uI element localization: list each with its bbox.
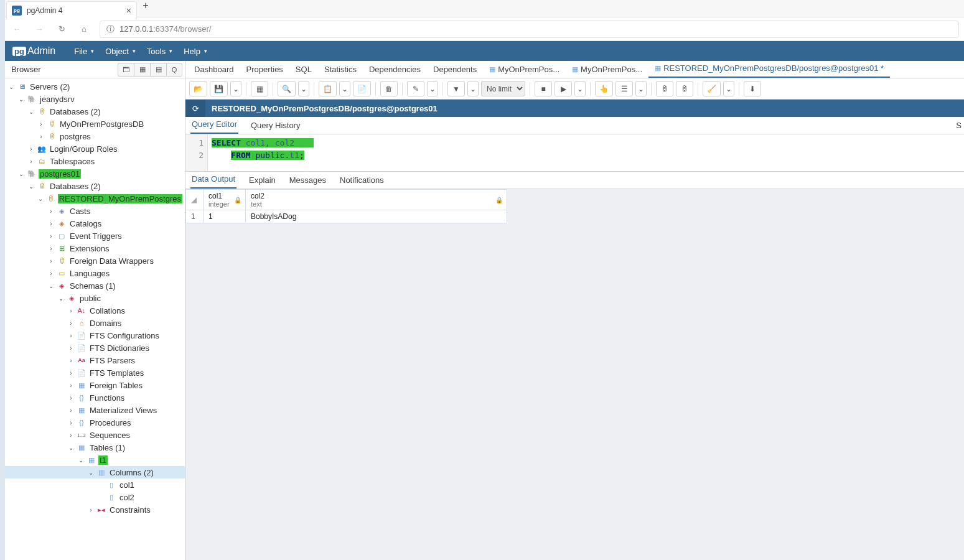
tab-title: pgAdmin 4: [27, 6, 121, 15]
table-row[interactable]: 1 1 BobbyIsADog: [186, 210, 507, 223]
schema-icon: ◈: [67, 293, 77, 303]
explain-icon[interactable]: 👆: [595, 81, 613, 96]
stop-icon[interactable]: ■: [535, 81, 552, 96]
querytool-icon: ▦: [655, 64, 661, 72]
rollback-icon[interactable]: 🛢: [676, 81, 693, 96]
tab-dependents[interactable]: Dependents: [427, 61, 483, 78]
filter-dropdown[interactable]: ⌄: [467, 81, 479, 96]
explain-analyze-icon[interactable]: ☰: [615, 81, 633, 96]
scratch-pad[interactable]: S: [956, 121, 962, 130]
columns-icon: ▥: [96, 467, 106, 477]
new-tab-button[interactable]: +: [137, 0, 154, 11]
grid-icon[interactable]: ▦: [134, 63, 150, 77]
edit-icon[interactable]: ✎: [407, 81, 424, 96]
address-bar: ← → ↻ ⌂ ⓘ 127.0.0.1:63374/browser/: [5, 17, 964, 41]
edit-dropdown[interactable]: ⌄: [427, 81, 438, 96]
mat-views-icon: ▦: [77, 405, 87, 415]
database-icon: 🛢: [47, 119, 57, 129]
sql-editor[interactable]: 12 SELECT col1, col2 FROM public.t1;: [185, 134, 964, 172]
macros-icon[interactable]: 🧹: [703, 81, 721, 96]
sidebar-title: Browser: [11, 65, 41, 74]
explain-dropdown[interactable]: ⌄: [635, 81, 647, 96]
tab-dashboard[interactable]: Dashboard: [188, 61, 240, 78]
back-icon[interactable]: ←: [10, 22, 24, 36]
browser-tab[interactable]: pg pgAdmin 4 ×: [6, 1, 137, 19]
functions-icon: {}: [77, 393, 87, 403]
forward-icon[interactable]: →: [32, 22, 46, 36]
connection-bar: ⟳ RESTORED_MyOnPremPostgresDB/postgres@p…: [185, 100, 964, 117]
cell-col2[interactable]: BobbyIsADog: [246, 210, 507, 223]
fts-parsers-icon: Aa: [77, 355, 87, 365]
pgadmin-logo: pgAdmin: [12, 45, 55, 57]
paste-icon[interactable]: 📄: [353, 81, 371, 96]
tab-data-output[interactable]: Data Output: [190, 170, 236, 189]
tab-dependencies[interactable]: Dependencies: [363, 61, 427, 78]
querytool-icon: ▦: [572, 65, 578, 73]
connection-icon[interactable]: ⟳: [185, 100, 205, 117]
schemas-icon: ◈: [57, 281, 67, 291]
find-dropdown[interactable]: ⌄: [298, 81, 309, 96]
pgadmin-favicon: pg: [12, 6, 22, 16]
copy-icon[interactable]: 📋: [319, 81, 337, 96]
commit-icon[interactable]: 🛢: [656, 81, 673, 96]
save-icon[interactable]: 💾: [210, 81, 228, 96]
menu-file[interactable]: File: [74, 47, 94, 56]
refresh-icon[interactable]: ↻: [55, 22, 68, 36]
tab-query-editor[interactable]: Query Editor: [190, 116, 238, 134]
open-file-icon[interactable]: 📂: [189, 81, 207, 96]
server-icon: 🐘: [27, 169, 37, 179]
close-icon[interactable]: ×: [126, 6, 131, 15]
url-text: 127.0.0.1:63374/browser/: [119, 24, 211, 34]
save-dropdown[interactable]: ⌄: [230, 81, 241, 96]
cell-col1[interactable]: 1: [204, 210, 246, 223]
tab-notifications[interactable]: Notifications: [339, 172, 385, 189]
tab-querytool-2[interactable]: ▦MyOnPremPos...: [566, 61, 648, 78]
tab-querytool-1[interactable]: ▦MyOnPremPos...: [483, 61, 566, 78]
col-header-col2[interactable]: col2text 🔒: [246, 190, 507, 210]
extensions-icon: ⊞: [57, 243, 67, 253]
col-header-col1[interactable]: col1integer 🔒: [204, 190, 246, 210]
execute-dropdown[interactable]: ⌄: [574, 81, 586, 96]
tab-explain[interactable]: Explain: [248, 172, 277, 189]
properties-icon[interactable]: 🗔: [118, 63, 134, 77]
execute-icon[interactable]: ▶: [555, 81, 572, 96]
collations-icon: A↓: [77, 306, 87, 315]
tab-messages[interactable]: Messages: [288, 172, 327, 189]
copy-dropdown[interactable]: ⌄: [339, 81, 350, 96]
url-field[interactable]: ⓘ 127.0.0.1:63374/browser/: [100, 21, 959, 38]
filter-icon[interactable]: ▤: [150, 63, 166, 77]
menu-help[interactable]: Help: [184, 47, 207, 56]
browser-sidebar: Browser 🗔 ▦ ▤ Q ⌄🖥Servers (2) ⌄🐘jeanydsr…: [5, 61, 185, 560]
find-icon[interactable]: 🔍: [278, 81, 296, 96]
column-icon: ▯: [106, 492, 116, 502]
row-number: 1: [186, 210, 204, 223]
tab-statistics[interactable]: Statistics: [318, 61, 363, 78]
fts-dict-icon: 📄: [77, 343, 87, 353]
tab-properties[interactable]: Properties: [240, 61, 289, 78]
search-icon[interactable]: Q: [166, 63, 182, 77]
casts-icon: ◈: [57, 206, 67, 216]
table-icon: ▦: [87, 455, 96, 465]
home-icon[interactable]: ⌂: [77, 22, 91, 36]
foreign-tables-icon: ▦: [77, 380, 87, 390]
tab-querytool-3[interactable]: ▦RESTORED_MyOnPremPostgresDB/postgres@po…: [648, 61, 890, 78]
limit-select[interactable]: No limit: [481, 81, 525, 96]
download-icon[interactable]: ⬇: [744, 81, 761, 96]
menu-tools[interactable]: Tools: [147, 47, 172, 56]
output-tabs: Data Output Explain Messages Notificatio…: [185, 172, 964, 189]
object-tree[interactable]: ⌄🖥Servers (2) ⌄🐘jeanydsrv ⌄🛢Databases (2…: [5, 78, 185, 560]
delete-icon[interactable]: 🗑: [380, 81, 398, 96]
row-header-corner: ◢: [186, 190, 204, 210]
filter-icon[interactable]: ▼: [447, 81, 465, 96]
macros-dropdown[interactable]: ⌄: [723, 81, 734, 96]
database-icon: 🛢: [47, 131, 57, 141]
procedures-icon: {}: [77, 418, 87, 427]
tab-sql[interactable]: SQL: [289, 61, 318, 78]
databases-icon: 🛢: [37, 106, 47, 116]
tab-query-history[interactable]: Query History: [250, 117, 301, 134]
save-data-icon[interactable]: ▦: [251, 81, 268, 96]
info-icon: ⓘ: [106, 24, 115, 35]
result-grid[interactable]: ◢ col1integer 🔒 col2text 🔒: [185, 189, 964, 560]
fdw-icon: 🛢: [57, 256, 67, 266]
menu-object[interactable]: Object: [105, 47, 136, 56]
